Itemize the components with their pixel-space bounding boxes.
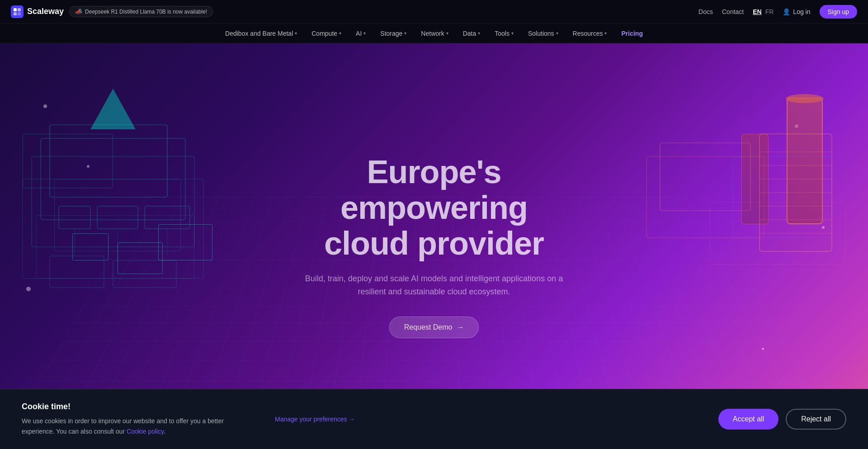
cookie-body-end: . [164, 428, 165, 435]
login-link[interactable]: 👤 Log in [783, 8, 810, 15]
svg-rect-15 [113, 260, 176, 288]
nav-ai-chevron: ▾ [363, 31, 366, 36]
contact-link[interactable]: Contact [722, 8, 744, 15]
nav-tools[interactable]: Tools ▾ [495, 30, 514, 37]
accept-all-button[interactable]: Accept all [718, 409, 778, 430]
docs-link[interactable]: Docs [698, 8, 713, 15]
hero-content: Europe's empowering cloud provider Build… [276, 154, 592, 338]
nav-compute[interactable]: Compute ▾ [311, 30, 341, 37]
top-navbar: Scaleway 📣 Deepseek R1 Distilled Llama 7… [0, 0, 868, 24]
nav-solutions[interactable]: Solutions ▾ [528, 30, 558, 37]
nav-ai[interactable]: AI ▾ [356, 30, 366, 37]
brand-name: Scaleway [27, 7, 64, 16]
manage-preferences-link[interactable]: Manage your preferences → [275, 416, 355, 423]
svg-rect-10 [145, 206, 190, 229]
announcement-bar[interactable]: 📣 Deepseek R1 Distilled Llama 70B is now… [69, 6, 213, 17]
svg-rect-2 [14, 12, 17, 15]
request-demo-button[interactable]: Request Demo → [389, 317, 479, 338]
svg-rect-9 [97, 206, 138, 229]
nav-dedibox-label: Dedibox and Bare Metal [225, 30, 293, 37]
cookie-title: Cookie time! [22, 402, 257, 411]
nav-pricing[interactable]: Pricing [621, 30, 642, 37]
user-icon: 👤 [783, 8, 790, 15]
cookie-body: We use cookies in order to improve our w… [22, 416, 257, 436]
cookie-manage: Manage your preferences → [275, 415, 355, 423]
hero-title: Europe's empowering cloud provider [287, 154, 581, 262]
logo-icon [11, 5, 24, 18]
cookie-text-block: Cookie time! We use cookies in order to … [22, 402, 257, 436]
nav-right: Docs Contact EN FR 👤 Log in Sign up [698, 5, 857, 19]
nav-data-chevron: ▾ [478, 31, 480, 36]
nav-compute-label: Compute [311, 30, 337, 37]
nav-resources-chevron: ▾ [604, 31, 607, 36]
nav-solutions-chevron: ▾ [556, 31, 558, 36]
lang-en[interactable]: EN [753, 8, 761, 15]
nav-tools-label: Tools [495, 30, 509, 37]
cta-label: Request Demo [404, 323, 453, 331]
nav-resources-label: Resources [573, 30, 603, 37]
cookie-body-text: We use cookies in order to improve our w… [22, 417, 224, 435]
nav-storage-chevron: ▾ [404, 31, 406, 36]
cookie-actions: Accept all Reject all [718, 409, 846, 430]
svg-rect-14 [50, 256, 104, 288]
nav-tools-chevron: ▾ [511, 31, 514, 36]
nav-dedibox[interactable]: Dedibox and Bare Metal ▾ [225, 30, 297, 37]
nav-solutions-label: Solutions [528, 30, 554, 37]
nav-resources[interactable]: Resources ▾ [573, 30, 607, 37]
nav-dedibox-chevron: ▾ [295, 31, 297, 36]
circuit-svg-right [633, 89, 859, 292]
svg-rect-16 [660, 143, 750, 211]
nav-data-label: Data [463, 30, 476, 37]
circuit-svg-left [14, 102, 240, 306]
nav-network-label: Network [421, 30, 444, 37]
svg-rect-17 [646, 156, 764, 238]
cookie-policy-link[interactable]: Cookie policy [127, 428, 164, 435]
svg-rect-8 [59, 206, 90, 229]
signup-button[interactable]: Sign up [820, 5, 857, 19]
dot-6 [762, 348, 764, 350]
reject-all-button[interactable]: Reject all [786, 409, 846, 430]
svg-rect-0 [14, 8, 17, 11]
nav-storage[interactable]: Storage ▾ [380, 30, 406, 37]
nav-pricing-label: Pricing [621, 30, 642, 37]
announcement-text: Deepseek R1 Distilled Llama 70B is now a… [85, 9, 207, 15]
nav-ai-label: AI [356, 30, 362, 37]
svg-rect-1 [18, 8, 21, 11]
hero-section: Europe's empowering cloud provider Build… [0, 43, 868, 449]
nav-compute-chevron: ▾ [339, 31, 341, 36]
svg-rect-6 [32, 156, 194, 247]
logo-link[interactable]: Scaleway [11, 5, 64, 18]
language-selector: EN FR [753, 8, 774, 15]
svg-rect-4 [50, 125, 167, 197]
hero-title-line2: cloud provider [324, 225, 544, 261]
nav-network[interactable]: Network ▾ [421, 30, 448, 37]
cta-arrow-icon: → [457, 323, 464, 331]
hero-subtitle: Build, train, deploy and scale AI models… [303, 272, 565, 298]
cookie-banner: Cookie time! We use cookies in order to … [0, 389, 868, 449]
lang-fr[interactable]: FR [765, 8, 774, 15]
bottom-navbar: Dedibox and Bare Metal ▾ Compute ▾ AI ▾ … [0, 24, 868, 43]
hero-title-line1: Europe's empowering [340, 154, 528, 226]
nav-data[interactable]: Data ▾ [463, 30, 481, 37]
nav-network-chevron: ▾ [446, 31, 448, 36]
nav-storage-label: Storage [380, 30, 402, 37]
login-label: Log in [793, 8, 810, 15]
announcement-icon: 📣 [75, 8, 82, 15]
svg-rect-3 [18, 12, 21, 15]
